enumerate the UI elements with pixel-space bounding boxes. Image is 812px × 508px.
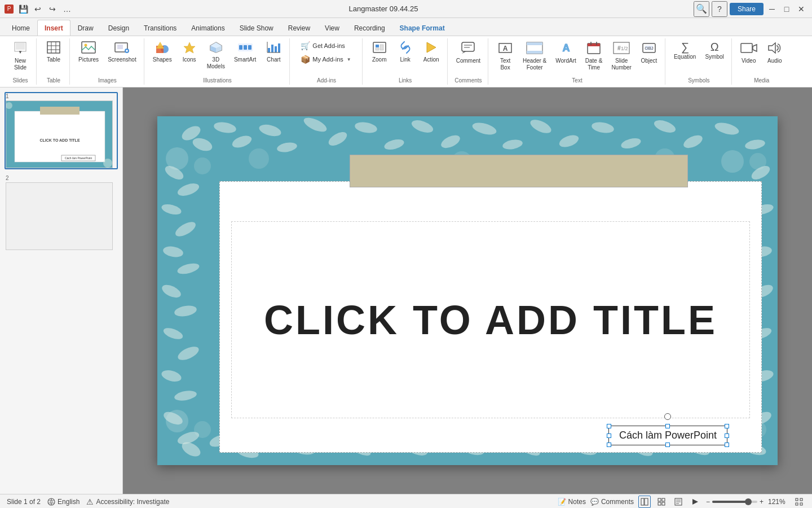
handle-b[interactable] — [665, 443, 670, 447]
main-area[interactable]: CLICK TO ADD TITLE — [123, 87, 812, 494]
ribbon-group-illustrations: Shapes Icons 3DModels — [145, 38, 290, 85]
tab-animations[interactable]: Animations — [184, 20, 232, 36]
tab-shape-format[interactable]: Shape Format — [392, 20, 452, 36]
action-button[interactable]: Action — [419, 38, 444, 66]
svg-rect-47 — [527, 42, 542, 45]
subtitle-textbox[interactable]: Cách làm PowerPoint — [608, 426, 727, 445]
video-button[interactable]: Video — [736, 38, 761, 67]
normal-view-button[interactable] — [638, 496, 651, 508]
warning-icon: ⚠ — [86, 497, 94, 506]
tab-design[interactable]: Design — [101, 20, 136, 36]
comment-label: Comment — [456, 58, 480, 64]
zoom-out-button[interactable]: − — [706, 498, 710, 506]
svg-rect-161 — [658, 498, 661, 501]
tab-view[interactable]: View — [317, 20, 347, 36]
chart-button[interactable]: Chart — [261, 38, 286, 66]
equation-label: Equation — [674, 54, 696, 60]
audio-button[interactable]: Audio — [762, 38, 787, 67]
svg-rect-48 — [527, 51, 542, 54]
equation-button[interactable]: ∑ Equation — [670, 38, 700, 63]
date-time-button[interactable]: Date &Time — [581, 38, 607, 74]
accessibility-item[interactable]: ⚠ Accessibility: Investigate — [86, 497, 169, 506]
comments-item[interactable]: 💬 Comments — [590, 498, 634, 506]
icons-icon — [183, 41, 196, 55]
notes-item[interactable]: 📝 Notes — [558, 498, 586, 506]
table-button[interactable]: ▼ Table — [41, 38, 66, 66]
svg-text:A: A — [503, 45, 508, 52]
save-button[interactable]: 💾 — [17, 3, 29, 15]
svg-text:▼: ▼ — [18, 50, 23, 55]
svg-marker-63 — [769, 43, 775, 53]
language-item[interactable]: English — [47, 498, 80, 506]
my-addins-button[interactable]: 📦 My Add-ins ▼ — [297, 53, 356, 65]
wordart-icon: AA — [559, 41, 573, 56]
tab-recording[interactable]: Recording — [347, 20, 392, 36]
screenshot-button[interactable]: Screenshot — [104, 38, 140, 66]
zoom-level-display[interactable]: 121% — [768, 498, 788, 506]
zoom-in-button[interactable]: + — [760, 498, 764, 506]
slide-thumb-1[interactable]: 1 CLICK TO ADD TITLE Cách làm PowerPoint — [5, 92, 118, 169]
zoom-slider-fill — [712, 501, 746, 503]
slide-number-button[interactable]: #1/2 SlideNumber — [607, 38, 636, 74]
close-button[interactable]: ✕ — [795, 3, 807, 15]
handle-tr[interactable] — [725, 424, 729, 428]
more-button[interactable]: … — [61, 3, 73, 15]
search-button[interactable]: 🔍 — [694, 1, 709, 17]
new-slide-icon: ▼ — [14, 41, 27, 56]
zoom-slider[interactable] — [712, 501, 757, 503]
smartart-icon — [237, 41, 253, 55]
slide-title-box[interactable] — [350, 155, 688, 187]
app-body: 1 CLICK TO ADD TITLE Cách làm PowerPoint — [0, 87, 812, 494]
get-addins-button[interactable]: 🛒 Get Add-ins — [297, 40, 356, 52]
new-slide-label: NewSlide — [14, 58, 27, 71]
svg-point-146 — [194, 157, 211, 174]
wordart-button[interactable]: AA WordArt — [551, 38, 580, 67]
tab-home[interactable]: Home — [5, 20, 37, 36]
comment-button[interactable]: Comment — [452, 38, 484, 67]
comments-group-label: Comments — [452, 76, 484, 85]
header-footer-button[interactable]: Header &Footer — [519, 38, 550, 74]
slideshow-button[interactable] — [689, 496, 701, 508]
zoom-slider-thumb[interactable] — [745, 498, 752, 505]
undo-button[interactable]: ↩ — [32, 3, 44, 15]
tab-insert[interactable]: Insert — [37, 20, 70, 36]
link-button[interactable]: Link — [393, 38, 418, 66]
help-button[interactable]: ? — [712, 1, 727, 17]
rotation-handle[interactable] — [664, 413, 671, 420]
handle-tl[interactable] — [607, 424, 611, 428]
handle-br[interactable] — [725, 443, 729, 447]
new-slide-button[interactable]: ▼ NewSlide — [8, 38, 33, 74]
svg-point-156 — [48, 498, 55, 505]
handle-t[interactable] — [665, 424, 670, 428]
textbox-button[interactable]: A TextBox — [493, 38, 518, 74]
handle-bl[interactable] — [607, 443, 611, 447]
app-icon: P — [5, 5, 14, 14]
images-group-label: Images — [74, 76, 140, 85]
restore-button[interactable]: □ — [780, 3, 793, 15]
slide-content-area[interactable]: CLICK TO ADD TITLE — [219, 181, 762, 453]
reading-view-button[interactable] — [672, 496, 685, 508]
smartart-button[interactable]: SmartArt — [230, 38, 260, 66]
pictures-button[interactable]: Pictures — [74, 38, 103, 66]
slide-thumb-2[interactable]: 2 — [5, 174, 118, 251]
tab-draw[interactable]: Draw — [70, 20, 101, 36]
minimize-button[interactable]: ─ — [766, 3, 778, 15]
ribbon-group-table: ▼ Table Table — [38, 38, 70, 85]
tab-transitions[interactable]: Transitions — [136, 20, 184, 36]
3dmodels-button[interactable]: 3DModels — [203, 38, 229, 73]
tab-slide-show[interactable]: Slide Show — [232, 20, 281, 36]
object-button[interactable]: OBJ Object — [637, 38, 661, 67]
slide-sorter-button[interactable] — [655, 496, 668, 508]
shapes-button[interactable]: Shapes — [149, 38, 176, 66]
handle-l[interactable] — [607, 433, 611, 438]
fit-slide-button[interactable] — [793, 496, 805, 508]
redo-button[interactable]: ↪ — [46, 3, 59, 15]
handle-r[interactable] — [725, 433, 729, 438]
share-button[interactable]: Share — [730, 3, 764, 15]
icons-button[interactable]: Icons — [177, 38, 202, 66]
symbol-button[interactable]: Ω Symbol — [701, 38, 727, 63]
shapes-label: Shapes — [153, 56, 172, 63]
zoom-button[interactable]: Zoom — [367, 38, 392, 66]
title-placeholder[interactable]: CLICK TO ADD TITLE — [231, 221, 750, 418]
tab-review[interactable]: Review — [281, 20, 317, 36]
